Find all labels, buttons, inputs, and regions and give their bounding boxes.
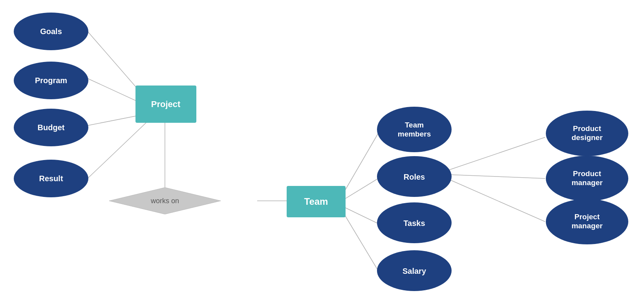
line-team-members [342, 133, 378, 196]
project-label: Project [151, 99, 181, 109]
works-on-label: works on [150, 197, 179, 205]
product-designer-label1: Product [573, 124, 601, 133]
diagram-svg: Goals Program Budget Result Project work… [0, 0, 644, 304]
line-roles-pmanager [447, 175, 545, 178]
line-team-roles [342, 178, 378, 201]
team-members-label1: Team [405, 121, 424, 129]
product-manager-label1: Product [573, 169, 601, 178]
project-manager-label2: manager [571, 222, 603, 230]
line-result-project [88, 122, 147, 178]
line-roles-designer [447, 137, 545, 171]
product-designer-label2: designer [571, 133, 603, 142]
line-team-tasks [342, 206, 378, 224]
team-label: Team [304, 196, 328, 207]
team-members-node[interactable] [377, 107, 452, 152]
roles-label: Roles [404, 173, 425, 181]
result-label: Result [39, 174, 63, 183]
salary-label: Salary [402, 267, 426, 275]
product-manager-label2: manager [571, 178, 603, 187]
diagram-container: Goals Program Budget Result Project work… [0, 0, 644, 304]
program-label: Program [35, 76, 67, 85]
budget-label: Budget [38, 123, 65, 132]
project-manager-label1: Project [574, 213, 600, 221]
goals-label: Goals [40, 27, 62, 36]
team-members-label2: members [398, 130, 431, 138]
line-roles-projmanager [447, 178, 545, 222]
line-team-salary [342, 210, 378, 271]
tasks-label: Tasks [403, 219, 425, 228]
